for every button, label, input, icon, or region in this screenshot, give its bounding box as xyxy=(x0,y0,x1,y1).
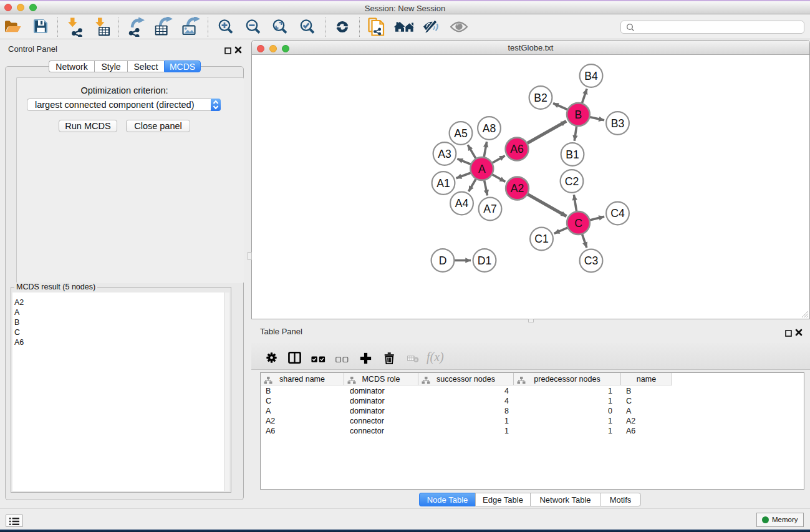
svg-text:A7: A7 xyxy=(483,203,497,215)
svg-text:A4: A4 xyxy=(455,197,469,210)
svg-text:C4: C4 xyxy=(610,207,625,220)
svg-text:C3: C3 xyxy=(584,254,599,267)
svg-text:A6: A6 xyxy=(510,143,524,155)
svg-text:D: D xyxy=(439,254,447,267)
svg-text:B: B xyxy=(575,109,582,121)
svg-text:A2: A2 xyxy=(511,182,524,195)
svg-text:C: C xyxy=(574,217,582,230)
svg-text:A: A xyxy=(478,163,486,175)
svg-text:A5: A5 xyxy=(454,127,468,140)
svg-text:A8: A8 xyxy=(483,122,496,135)
svg-text:B2: B2 xyxy=(534,92,547,104)
svg-text:C1: C1 xyxy=(534,233,549,245)
svg-text:A3: A3 xyxy=(438,148,451,160)
svg-text:D1: D1 xyxy=(478,254,492,267)
svg-text:B4: B4 xyxy=(584,70,598,82)
svg-text:B3: B3 xyxy=(611,117,625,130)
svg-text:C2: C2 xyxy=(565,175,579,188)
svg-text:B1: B1 xyxy=(566,148,579,161)
svg-text:A1: A1 xyxy=(436,177,450,190)
